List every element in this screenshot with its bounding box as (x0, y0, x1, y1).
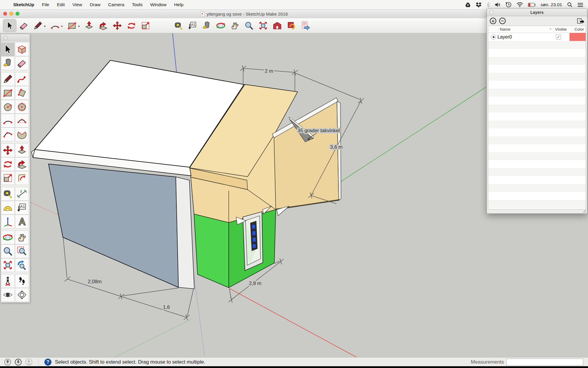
column-color[interactable]: Color (572, 27, 586, 32)
battery-icon[interactable] (528, 3, 536, 7)
zoom-tool-button[interactable] (242, 19, 256, 32)
rectangle-tool[interactable] (1, 86, 15, 100)
scale-tool[interactable] (1, 171, 15, 185)
text-tool[interactable] (15, 201, 29, 215)
select-tool[interactable] (1, 42, 15, 56)
geolocation-icon[interactable] (4, 359, 11, 366)
dropbox-icon[interactable] (476, 2, 482, 7)
select-tool-button[interactable] (3, 19, 16, 32)
follow-me-tool[interactable] (15, 157, 29, 171)
measurements-input[interactable] (506, 359, 583, 366)
two-point-arc-tool[interactable] (15, 114, 29, 127)
menu-window[interactable]: Window (146, 0, 170, 9)
column-visible[interactable]: Visible (553, 27, 572, 32)
menu-camera[interactable]: Camera (104, 0, 128, 9)
zoom-extents-tool[interactable] (1, 258, 15, 272)
zoom-extents-tool-button[interactable] (256, 19, 270, 32)
position-camera-tool[interactable] (1, 274, 15, 288)
section-plane-tool[interactable] (15, 288, 29, 302)
push-pull-tool[interactable] (15, 143, 29, 157)
layers-menu-flyout-icon[interactable] (577, 18, 584, 24)
pan-tool[interactable] (15, 231, 29, 244)
current-layer-radio[interactable] (491, 34, 496, 39)
orbit-tool[interactable] (1, 231, 15, 244)
arc-tool-button[interactable] (48, 19, 62, 32)
orbit-tool-button[interactable] (214, 19, 228, 32)
menu-bar-clock[interactable]: søn. 23.01 (541, 2, 562, 7)
sign-in-avatar-icon[interactable] (25, 359, 32, 366)
panel-resize-grip[interactable] (583, 209, 586, 213)
move-tool[interactable] (1, 143, 15, 157)
tape-measure-tool-button[interactable] (172, 19, 185, 32)
menu-draw[interactable]: Draw (86, 0, 104, 9)
circle-tool[interactable] (1, 100, 15, 114)
empty-layer-row (488, 128, 586, 136)
text-tool-button[interactable] (186, 19, 199, 32)
notification-center-icon[interactable] (577, 3, 583, 7)
paint-bucket-tool[interactable] (1, 56, 15, 70)
layers-panel-title-bar[interactable]: Layers (487, 9, 587, 16)
layer-row[interactable]: Layer0✓ (488, 33, 586, 41)
help-icon[interactable]: ? (44, 359, 51, 366)
add-layer-button[interactable]: + (490, 18, 496, 24)
line-tool-button[interactable] (31, 19, 45, 32)
visible-checkbox[interactable]: ✓ (556, 34, 561, 39)
time-machine-icon[interactable] (506, 2, 512, 8)
zoom-previous-tool[interactable] (15, 258, 29, 272)
rotated-rectangle-tool[interactable] (15, 86, 29, 100)
warehouse-tool-button[interactable] (270, 19, 284, 32)
axes-tool[interactable] (1, 215, 15, 228)
protractor-icon (2, 202, 13, 213)
rotate-tool[interactable] (1, 157, 15, 171)
menu-view[interactable]: View (69, 0, 86, 9)
scale-tool-button[interactable] (139, 19, 152, 32)
three-point-arc-tool[interactable] (1, 127, 15, 141)
palette-close-icon[interactable] (3, 36, 8, 40)
google-drive-icon[interactable] (465, 2, 471, 7)
eraser-tool[interactable] (15, 56, 29, 70)
freehand-tool[interactable] (15, 72, 29, 86)
entry-door[interactable] (243, 212, 263, 271)
palette-title-bar[interactable] (1, 34, 30, 42)
follow-me-tool-button[interactable] (96, 19, 110, 32)
offset-tool[interactable] (15, 171, 29, 185)
remove-layer-button[interactable]: − (499, 18, 506, 24)
menu-sketchup[interactable]: SketchUp (9, 0, 38, 9)
push-pull-tool-button[interactable] (82, 19, 96, 32)
protractor-tool[interactable] (1, 201, 15, 215)
pie-tool[interactable] (15, 127, 29, 141)
bluetooth-icon[interactable] (487, 2, 490, 7)
eraser-tool-button[interactable] (17, 19, 31, 32)
layer-color-swatch[interactable] (569, 33, 586, 41)
spotlight-search-icon[interactable] (567, 2, 572, 7)
pan-tool-button[interactable] (228, 19, 242, 32)
tape-measure-tool[interactable] (1, 187, 15, 201)
rotate-tool-button[interactable] (125, 19, 138, 32)
move-tool-button[interactable] (111, 19, 124, 32)
rectangle-tool-button[interactable] (65, 19, 79, 32)
layers-list-header[interactable]: Name^ Visible Color (488, 26, 586, 33)
menu-help[interactable]: Help (170, 0, 187, 9)
line-tool[interactable] (1, 72, 15, 86)
zoom-window-tool[interactable] (15, 244, 29, 258)
polygon-tool[interactable] (15, 100, 29, 114)
dimension-tool[interactable] (15, 187, 29, 201)
layers-close-icon[interactable] (489, 10, 494, 14)
menu-edit[interactable]: Edit (53, 0, 69, 9)
volume-icon[interactable] (495, 2, 501, 7)
zoom-tool[interactable] (1, 244, 15, 258)
walk-tool[interactable] (15, 274, 29, 288)
credit-attribution-icon[interactable] (15, 359, 22, 366)
send-to-layout-tool-button[interactable] (299, 19, 312, 32)
wifi-icon[interactable] (517, 2, 523, 7)
paint-bucket-tool-button[interactable] (200, 19, 213, 32)
menu-tools[interactable]: Tools (128, 0, 146, 9)
look-around-tool[interactable] (1, 288, 15, 302)
column-name[interactable]: Name^ (498, 27, 553, 32)
extension-warehouse-tool-button[interactable] (285, 19, 298, 32)
arc-tool[interactable] (1, 114, 15, 127)
make-component-tool[interactable] (15, 42, 29, 56)
menu-file[interactable]: File (38, 0, 53, 9)
layer-name[interactable]: Layer0 (496, 34, 551, 40)
threed-text-tool[interactable] (15, 215, 29, 228)
